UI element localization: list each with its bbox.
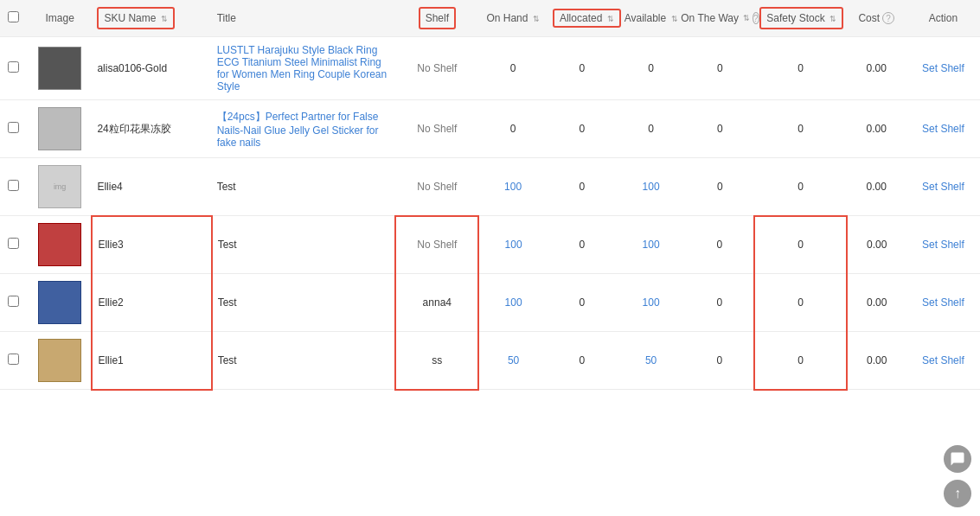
row3-checkbox[interactable] — [8, 180, 19, 191]
row1-action-cell: Set Shelf — [906, 37, 980, 100]
row3-allocated-cell: 0 — [548, 158, 617, 216]
row3-onway: 0 — [717, 181, 723, 193]
row4-onway-cell: 0 — [686, 216, 755, 274]
row2-sku-cell: 24粒印花果冻胶 — [92, 100, 211, 158]
sku-header-bordered: SKU Name ⇅ — [97, 7, 174, 29]
row1-sku-cell: alisa0106-Gold — [92, 37, 211, 100]
table-row: 24粒印花果冻胶 【24pcs】Perfect Partner for Fals… — [0, 100, 980, 158]
row5-cost-cell: 0.00 — [847, 274, 906, 332]
onway-sort-icon[interactable]: ⇅ — [743, 14, 750, 22]
row5-onway: 0 — [717, 296, 723, 309]
header-available-col[interactable]: Available ⇅ — [617, 0, 686, 37]
row3-sku-cell: Ellie4 — [92, 158, 211, 216]
safety-sort-icon[interactable]: ⇅ — [829, 15, 836, 23]
row4-safety-cell: 0 — [754, 216, 846, 274]
row2-safety-cell: 0 — [754, 100, 846, 158]
onhand-sort-icon[interactable]: ⇅ — [533, 15, 540, 23]
row3-onhand: 100 — [504, 181, 522, 193]
row4-checkbox[interactable] — [8, 238, 19, 249]
row4-available: 100 — [643, 239, 660, 251]
header-allocated-label: Allocated — [560, 12, 602, 24]
row6-title: Test — [218, 354, 237, 366]
row2-allocated-cell: 0 — [548, 100, 617, 158]
header-shelf-col: Shelf — [395, 0, 478, 37]
row4-shelf: No Shelf — [417, 239, 457, 251]
row5-action-link[interactable]: Set Shelf — [922, 296, 964, 309]
row2-title-cell: 【24pcs】Perfect Partner for False Nails-N… — [212, 100, 396, 158]
row6-cost-cell: 0.00 — [847, 332, 906, 390]
row5-allocated: 0 — [580, 296, 586, 309]
row1-image-cell — [28, 37, 92, 100]
row2-image-cell — [28, 100, 92, 158]
row3-sku: Ellie4 — [97, 181, 122, 193]
row1-action-link[interactable]: Set Shelf — [922, 62, 964, 74]
row1-checkbox[interactable] — [8, 61, 19, 73]
row1-onhand-cell: 0 — [478, 37, 548, 100]
row1-onhand: 0 — [510, 62, 516, 74]
row2-onhand: 0 — [510, 123, 516, 135]
row6-onhand: 50 — [508, 354, 519, 366]
row6-checkbox-cell — [0, 332, 28, 390]
row4-image — [38, 223, 81, 266]
header-onhand-col[interactable]: On Hand ⇅ — [478, 0, 548, 37]
row3-image: img — [38, 165, 81, 208]
row3-action-link[interactable]: Set Shelf — [922, 181, 964, 193]
row3-action-cell: Set Shelf — [906, 158, 980, 216]
row1-cost-cell: 0.00 — [847, 37, 906, 100]
header-allocated-col[interactable]: Allocated ⇅ — [548, 0, 617, 37]
row2-checkbox-cell — [0, 100, 28, 158]
row4-sku-cell: Ellie3 — [92, 216, 211, 274]
row4-action-link[interactable]: Set Shelf — [922, 239, 964, 251]
row4-title-cell: Test — [212, 216, 396, 274]
row1-allocated-cell: 0 — [548, 37, 617, 100]
row2-shelf: No Shelf — [417, 123, 457, 135]
row6-available-cell: 50 — [617, 332, 686, 390]
row6-checkbox[interactable] — [8, 354, 19, 365]
header-safety-col[interactable]: Safety Stock ⇅ — [754, 0, 846, 37]
header-onway-col[interactable]: On The Way ⇅ ? — [686, 0, 755, 37]
sku-sort-icon[interactable]: ⇅ — [161, 15, 168, 23]
row4-allocated-cell: 0 — [548, 216, 617, 274]
row5-action-cell: Set Shelf — [906, 274, 980, 332]
row2-cost: 0.00 — [867, 123, 887, 135]
table-row: img Ellie4 Test No Shelf 100 0 1 — [0, 158, 980, 216]
row2-allocated: 0 — [580, 123, 586, 135]
header-shelf-label: Shelf — [426, 12, 449, 24]
table-row: alisa0106-Gold LUSTLT Harajuku Style Bla… — [0, 37, 980, 100]
allocated-sort-icon[interactable]: ⇅ — [607, 15, 614, 23]
available-sort-icon[interactable]: ⇅ — [671, 15, 678, 23]
header-onway-label: On The Way — [681, 12, 739, 24]
row4-onhand-cell: 100 — [478, 216, 548, 274]
row3-cost: 0.00 — [867, 181, 887, 193]
row2-safety: 0 — [797, 123, 804, 135]
cost-help-icon[interactable]: ? — [882, 12, 894, 24]
row4-onway: 0 — [717, 239, 723, 251]
row3-title-cell: Test — [212, 158, 396, 216]
row3-title: Test — [217, 181, 236, 193]
header-image-col: Image — [28, 0, 92, 37]
header-action-col: Action — [906, 0, 980, 37]
table-row: Ellie1 Test ss 50 0 50 0 — [0, 332, 980, 390]
row5-allocated-cell: 0 — [548, 274, 617, 332]
row1-image — [38, 47, 81, 90]
header-sku-col[interactable]: SKU Name ⇅ — [92, 0, 211, 37]
row2-action-link[interactable]: Set Shelf — [922, 123, 964, 135]
row3-cost-cell: 0.00 — [847, 158, 906, 216]
row4-safety: 0 — [797, 239, 804, 251]
row2-checkbox[interactable] — [8, 122, 19, 133]
row6-title-cell: Test — [212, 332, 396, 390]
row3-available-cell: 100 — [617, 158, 686, 216]
row3-image-cell: img — [28, 158, 92, 216]
row6-action-link[interactable]: Set Shelf — [922, 354, 964, 366]
row5-checkbox[interactable] — [8, 296, 19, 307]
row1-checkbox-cell — [0, 37, 28, 100]
row1-safety: 0 — [797, 62, 804, 74]
row6-action-cell: Set Shelf — [906, 332, 980, 390]
row4-checkbox-cell — [0, 216, 28, 274]
row5-image-cell — [28, 274, 92, 332]
inventory-table: Image SKU Name ⇅ Title Shelf — [0, 0, 980, 391]
select-all-checkbox[interactable] — [8, 11, 19, 22]
onway-help-icon[interactable]: ? — [753, 12, 759, 24]
row6-image — [38, 339, 81, 382]
row1-sku: alisa0106-Gold — [97, 62, 167, 74]
